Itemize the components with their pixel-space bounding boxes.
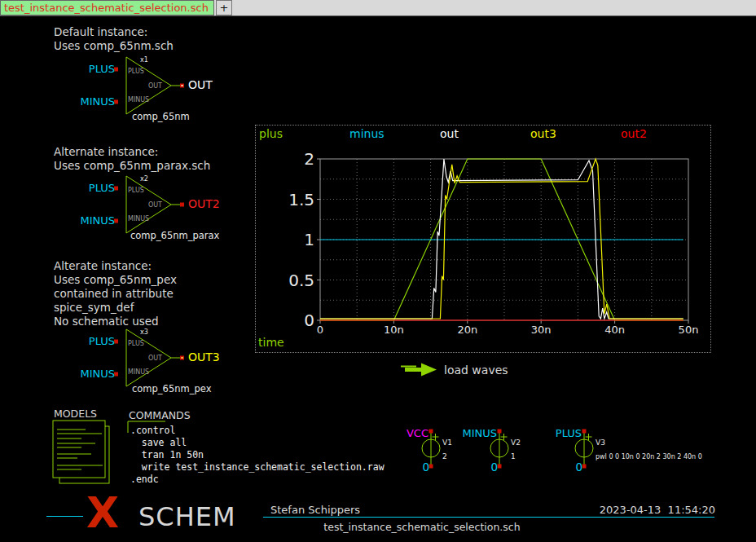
net-label-out3[interactable]: OUT3 <box>188 350 220 365</box>
net-label-gnd[interactable]: 0 <box>422 460 429 474</box>
instance-1-name: comp_65nm <box>132 111 190 122</box>
commands-label: COMMANDS <box>129 409 191 422</box>
legend-item-plus[interactable]: plus <box>259 127 283 140</box>
net-label-minus[interactable]: MINUS <box>80 214 115 227</box>
author-text: Stefan Schippers <box>270 504 360 517</box>
instance-1-description: Default instance: Uses comp_65nm.sch <box>54 25 174 53</box>
v3-pwl-value: pwl 0 0 10n 0 20n 2 30n 2 40n 0 <box>596 453 702 461</box>
symbol-pin-plus: PLUS <box>128 68 144 76</box>
instance-3-refdes: x3 <box>140 328 148 337</box>
instance-2-description: Alternate instance: Uses comp_65nm_parax… <box>54 145 210 173</box>
legend-item-minus[interactable]: minus <box>349 127 385 140</box>
legend-item-out2[interactable]: out2 <box>621 127 647 140</box>
symbol-pin-out: OUT <box>148 82 162 90</box>
net-label-out2[interactable]: OUT2 <box>188 197 220 212</box>
net-label-minus[interactable]: MINUS <box>80 368 115 381</box>
xschem-logo-x: X <box>86 491 119 534</box>
waveform-graph-panel[interactable] <box>255 125 711 353</box>
net-label-vcc[interactable]: VCC <box>407 427 429 440</box>
instance-3-description: Alterate instance: Uses comp_65nm_pex co… <box>54 259 177 328</box>
net-label-minus-src[interactable]: MINUS <box>462 427 497 440</box>
load-waves-label[interactable]: load waves <box>444 364 508 378</box>
symbol-pin-out: OUT <box>148 201 162 209</box>
symbol-pin-out: OUT <box>148 355 162 363</box>
instance-2-refdes: x2 <box>140 175 148 183</box>
instance-1-refdes: x1 <box>140 56 148 64</box>
xschem-logo-text: SCHEM <box>138 504 236 530</box>
net-label-plus-src[interactable]: PLUS <box>556 427 582 440</box>
net-label-minus[interactable]: MINUS <box>80 95 115 108</box>
symbol-pin-minus: MINUS <box>128 215 149 223</box>
load-waves-arrow-icon[interactable] <box>401 364 437 377</box>
net-label-plus[interactable]: PLUS <box>89 182 115 195</box>
v3-refdes: V3 <box>596 438 605 447</box>
datetime-text: 2023-04-13 11:54:20 <box>600 504 715 517</box>
instance-2-name: comp_65nm_parax <box>130 230 219 241</box>
v2-refdes: V2 <box>511 438 521 447</box>
symbol-pin-minus: MINUS <box>128 96 149 104</box>
symbol-pin-plus: PLUS <box>128 187 144 195</box>
net-label-plus[interactable]: PLUS <box>89 63 115 76</box>
net-label-gnd[interactable]: 0 <box>575 460 582 474</box>
instance-3-name: comp_65nm_pex <box>132 383 211 394</box>
x-axis-title: time <box>258 336 284 350</box>
v1-refdes: V1 <box>442 438 452 447</box>
xschem-window: test_instance_schematic_selection.sch + <box>0 0 756 542</box>
models-label: MODELS <box>54 408 97 421</box>
models-icon[interactable] <box>53 421 109 483</box>
net-label-gnd[interactable]: 0 <box>490 460 498 474</box>
v2-value: 1 <box>511 452 516 461</box>
net-label-plus[interactable]: PLUS <box>89 335 115 348</box>
net-label-out[interactable]: OUT <box>188 78 213 93</box>
symbol-pin-plus: PLUS <box>128 340 144 348</box>
legend-item-out[interactable]: out <box>440 127 459 140</box>
legend-item-out3[interactable]: out3 <box>530 127 556 140</box>
symbol-pin-minus: MINUS <box>128 368 149 377</box>
filename-text: test_instance_schematic_selection.sch <box>323 521 520 534</box>
v1-value: 2 <box>442 452 447 461</box>
spice-commands-text[interactable]: .control save all tran 1n 50n write test… <box>130 425 385 486</box>
